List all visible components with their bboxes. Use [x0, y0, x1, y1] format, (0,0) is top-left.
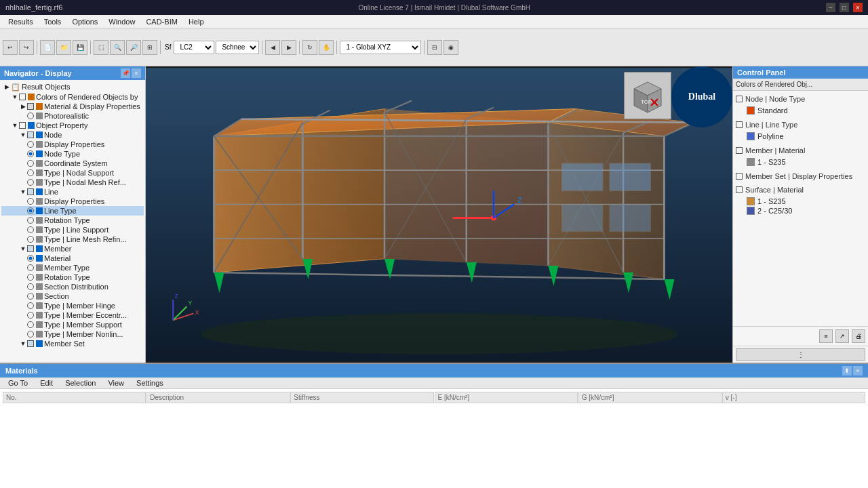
- tree-item-type-member-support[interactable]: Type | Member Support: [1, 320, 144, 329]
- line-checkbox[interactable]: [27, 188, 34, 195]
- tree-item-coord-sys[interactable]: Coordinate System: [1, 159, 144, 168]
- tree-item-result-objects[interactable]: ▶ 📋 Result Objects: [1, 81, 144, 92]
- type-member-hinge-radio[interactable]: [27, 302, 34, 309]
- toolbar-view-right[interactable]: ▶: [281, 40, 296, 55]
- type-member-support-radio[interactable]: [27, 321, 34, 328]
- cp-member-checkbox[interactable]: [736, 147, 743, 154]
- tree-item-object-property[interactable]: ▼ Object Property: [1, 121, 144, 130]
- tree-toggle-colors[interactable]: ▼: [11, 93, 19, 101]
- minimize-button[interactable]: −: [826, 3, 835, 12]
- member-set-checkbox[interactable]: [27, 340, 34, 347]
- bottom-menu-settings[interactable]: Settings: [131, 378, 169, 388]
- toolbar-coord-combo[interactable]: 1 - Global XYZ: [340, 41, 421, 54]
- tree-item-type-line-mesh[interactable]: Type | Line Mesh Refin...: [1, 235, 144, 244]
- bottom-menu-view[interactable]: View: [102, 378, 130, 388]
- menu-window[interactable]: Window: [103, 16, 140, 27]
- toolbar-view-left[interactable]: ◀: [265, 40, 280, 55]
- tree-item-type-line-support[interactable]: Type | Line Support: [1, 225, 144, 235]
- navigator-pin-button[interactable]: 📌: [121, 68, 130, 78]
- close-button[interactable]: ×: [853, 3, 863, 12]
- tree-toggle-result[interactable]: ▶: [3, 83, 11, 91]
- toolbar-lc-combo[interactable]: LC2: [174, 41, 214, 54]
- line-type-radio[interactable]: [27, 207, 34, 214]
- toolbar-select[interactable]: ⬚: [94, 40, 108, 55]
- bottom-menu-goto[interactable]: Go To: [3, 378, 33, 388]
- toolbar-pan[interactable]: ✋: [319, 40, 334, 55]
- tree-toggle-object-property[interactable]: ▼: [11, 121, 19, 129]
- tree-item-section[interactable]: Section: [1, 291, 144, 301]
- tree-item-node-type[interactable]: Node Type: [1, 149, 144, 159]
- cp-icon-list-button[interactable]: ≡: [819, 329, 833, 343]
- tree-toggle-material[interactable]: ▶: [19, 102, 27, 110]
- toolbar-open[interactable]: 📁: [56, 40, 71, 55]
- object-property-checkbox[interactable]: [19, 122, 26, 129]
- cp-member-set-checkbox[interactable]: [736, 173, 743, 180]
- tree-item-line[interactable]: ▼ Line: [1, 187, 144, 197]
- tree-item-photorealistic[interactable]: Photorealistic: [1, 111, 144, 121]
- tree-item-display-props-node[interactable]: Display Properties: [1, 140, 144, 149]
- cp-icon-print-button[interactable]: 🖨: [852, 329, 865, 343]
- tree-item-material-display[interactable]: ▶ Material & Display Properties: [1, 102, 144, 111]
- display-props-line-radio[interactable]: [27, 198, 34, 205]
- toolbar-redo[interactable]: ↪: [19, 40, 34, 55]
- tree-item-colors-rendered[interactable]: ▼ Colors of Rendered Objects by: [1, 92, 144, 102]
- cp-surface-checkbox[interactable]: [736, 186, 743, 193]
- tree-item-rotation-type[interactable]: Rotation Type: [1, 216, 144, 225]
- tree-item-type-nodal-mesh[interactable]: Type | Nodal Mesh Ref...: [1, 178, 144, 187]
- bottom-panel-expand-button[interactable]: ⬆: [842, 366, 852, 375]
- tree-toggle-line[interactable]: ▼: [19, 188, 27, 196]
- bottom-panel-close-button[interactable]: ×: [853, 366, 863, 375]
- tree-item-rotation-type-member[interactable]: Rotation Type: [1, 272, 144, 282]
- bottom-menu-selection[interactable]: Selection: [60, 378, 101, 388]
- section-distribution-radio[interactable]: [27, 283, 34, 290]
- menu-help[interactable]: Help: [183, 16, 210, 27]
- toolbar-zoom-in[interactable]: 🔍: [110, 40, 125, 55]
- tree-toggle-node[interactable]: ▼: [19, 131, 27, 139]
- tree-item-member[interactable]: ▼ Member: [1, 244, 144, 253]
- display-props-node-radio[interactable]: [27, 141, 34, 148]
- type-nodal-mesh-radio[interactable]: [27, 179, 34, 186]
- menu-results[interactable]: Results: [3, 16, 39, 27]
- bottom-menu-edit[interactable]: Edit: [35, 378, 58, 388]
- toolbar-save[interactable]: 💾: [73, 40, 87, 55]
- material-checkbox[interactable]: [27, 103, 34, 110]
- cp-icon-export-button[interactable]: ↗: [835, 329, 849, 343]
- coord-sys-radio[interactable]: [27, 160, 34, 167]
- navigator-close-button[interactable]: ×: [132, 68, 141, 78]
- tree-item-section-distribution[interactable]: Section Distribution: [1, 282, 144, 291]
- viewport[interactable]: Z X Y Z TOP: [146, 66, 732, 363]
- cp-expand-button[interactable]: ⋮: [736, 348, 865, 361]
- menu-options[interactable]: Options: [66, 16, 103, 27]
- tree-item-node[interactable]: ▼ Node: [1, 130, 144, 140]
- node-checkbox[interactable]: [27, 131, 34, 138]
- tree-item-type-member-hinge[interactable]: Type | Member Hinge: [1, 301, 144, 310]
- type-nodal-support-radio[interactable]: [27, 169, 34, 176]
- section-radio[interactable]: [27, 293, 34, 300]
- tree-item-type-nodal-support[interactable]: Type | Nodal Support: [1, 168, 144, 178]
- toolbar-undo[interactable]: ↩: [3, 40, 18, 55]
- menu-tools[interactable]: Tools: [39, 16, 67, 27]
- tree-toggle-member-set[interactable]: ▼: [19, 340, 27, 348]
- type-line-mesh-radio[interactable]: [27, 236, 34, 243]
- colors-checkbox[interactable]: [19, 94, 26, 100]
- type-member-nonlinear-radio[interactable]: [27, 331, 34, 338]
- tree-item-member-type[interactable]: Member Type: [1, 263, 144, 272]
- material-radio[interactable]: [27, 255, 34, 262]
- rotation-type-member-radio[interactable]: [27, 274, 34, 281]
- photorealistic-radio[interactable]: [27, 113, 34, 119]
- member-type-radio[interactable]: [27, 264, 34, 271]
- tree-item-type-member-nonlinear[interactable]: Type | Member Nonlin...: [1, 329, 144, 339]
- toolbar-zoom-out[interactable]: 🔎: [126, 40, 141, 55]
- toolbar-new[interactable]: 📄: [40, 40, 55, 55]
- maximize-button[interactable]: □: [840, 3, 849, 12]
- cube-navigator[interactable]: TOP: [624, 72, 671, 119]
- tree-item-display-props-line[interactable]: Display Properties: [1, 197, 144, 206]
- toolbar-zoom-all[interactable]: ⊞: [142, 40, 157, 55]
- tree-item-line-type[interactable]: Line Type: [1, 206, 144, 216]
- tree-item-member-set[interactable]: ▼ Member Set: [1, 339, 144, 348]
- tree-item-material[interactable]: Material: [1, 253, 144, 263]
- node-type-radio[interactable]: [27, 150, 34, 157]
- cp-line-checkbox[interactable]: [736, 121, 743, 128]
- type-line-support-radio[interactable]: [27, 226, 34, 233]
- tree-item-type-member-eccentric[interactable]: Type | Member Eccentr...: [1, 310, 144, 320]
